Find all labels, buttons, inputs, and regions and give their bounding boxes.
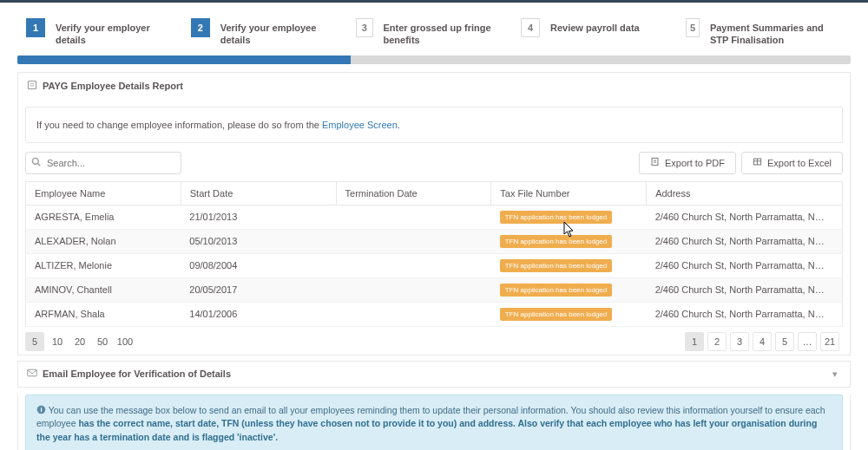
panel-header: PAYG Employee Details Report <box>17 72 851 100</box>
excel-icon <box>753 157 762 169</box>
col-tfn[interactable]: Tax File Number <box>491 181 647 205</box>
page-size-selector: 5102050100 <box>25 332 138 351</box>
col-termination-date[interactable]: Termination Date <box>336 181 491 205</box>
page-4[interactable]: 4 <box>753 332 772 351</box>
cell-start: 21/01/2013 <box>181 205 336 229</box>
wizard-step-label: Verify your employee details <box>220 18 347 47</box>
cell-term <box>336 253 491 277</box>
page-size-20[interactable]: 20 <box>70 332 89 351</box>
svg-rect-0 <box>29 81 36 88</box>
page-1[interactable]: 1 <box>685 332 704 351</box>
page-size-10[interactable]: 10 <box>48 332 67 351</box>
search-input[interactable] <box>25 152 181 174</box>
tfn-badge: TFN application has been lodged <box>500 284 612 297</box>
svg-text:i: i <box>40 406 42 414</box>
cell-tfn: TFN application has been lodged <box>491 253 647 277</box>
cell-start: 14/01/2006 <box>181 302 336 326</box>
table-row[interactable]: ARFMAN, Shala14/01/2006TFN application h… <box>26 302 843 326</box>
wizard-step-4[interactable]: 4 Review payroll data <box>521 18 677 47</box>
page-size-5[interactable]: 5 <box>25 332 44 351</box>
wizard-step-label: Review payroll data <box>550 18 640 34</box>
page-size-100[interactable]: 100 <box>115 332 135 351</box>
info-text: If you need to change employee informati… <box>36 120 322 130</box>
cell-term <box>336 277 491 302</box>
svg-line-4 <box>38 163 41 166</box>
cell-tfn: TFN application has been lodged <box>491 229 647 253</box>
wizard-step-number: 3 <box>356 18 373 37</box>
cell-name: ALEXADER, Nolan <box>26 229 181 253</box>
wizard-step-1[interactable]: 1 Verify your employer details <box>26 18 182 47</box>
col-employee-name[interactable]: Employee Name <box>26 181 181 205</box>
wizard-step-5[interactable]: 5 Payment Summaries and STP Finalisation <box>686 18 842 47</box>
svg-rect-11 <box>28 369 37 376</box>
wizard-step-2[interactable]: 2 Verify your employee details <box>191 18 347 47</box>
cell-name: ALTIZER, Melonie <box>26 253 181 277</box>
table-row[interactable]: ALTIZER, Melonie09/08/2004TFN applicatio… <box>26 253 843 277</box>
report-icon <box>27 80 37 93</box>
search-box[interactable] <box>25 152 181 174</box>
wizard-step-number: 2 <box>191 18 210 37</box>
cell-start: 09/08/2004 <box>181 253 336 277</box>
mail-icon <box>27 368 37 379</box>
export-excel-button[interactable]: Export to Excel <box>741 152 843 174</box>
progress-bar <box>17 55 851 64</box>
panel-title: PAYG Employee Details Report <box>43 81 183 91</box>
info-suffix: . <box>398 120 400 130</box>
export-pdf-label: Export to PDF <box>665 158 725 168</box>
table-row[interactable]: AGRESTA, Emelia21/01/2013TFN application… <box>26 205 843 229</box>
cell-addr: 2/460 Church St, North Parramatta, NSW 2… <box>647 302 843 326</box>
wizard-step-label: Payment Summaries and STP Finalisation <box>710 18 842 47</box>
svg-point-3 <box>32 158 38 164</box>
tfn-badge: TFN application has been lodged <box>500 259 612 272</box>
cell-term <box>336 229 491 253</box>
note-bold: has the correct name, start date, TFN (u… <box>36 418 817 442</box>
page-5[interactable]: 5 <box>775 332 794 351</box>
email-section-title: Email Employee for Verification of Detai… <box>43 368 231 379</box>
svg-rect-5 <box>652 158 658 165</box>
cell-term <box>336 302 491 326</box>
page-size-50[interactable]: 50 <box>93 332 112 351</box>
wizard-step-label: Enter grossed up fringe benefits <box>384 18 512 47</box>
page-3[interactable]: 3 <box>730 332 749 351</box>
cell-name: AMINOV, Chantell <box>26 277 181 302</box>
cell-addr: 2/460 Church St, North Parramatta, NSW 2… <box>647 205 843 229</box>
cell-start: 20/05/2017 <box>181 277 336 302</box>
cell-tfn: TFN application has been lodged <box>491 205 647 229</box>
table-row[interactable]: AMINOV, Chantell20/05/2017TFN applicatio… <box>26 277 843 302</box>
search-icon <box>31 157 41 169</box>
pdf-icon <box>650 157 660 169</box>
tfn-badge: TFN application has been lodged <box>500 308 612 321</box>
table-row[interactable]: ALEXADER, Nolan05/10/2013TFN application… <box>26 229 843 253</box>
page-…: … <box>798 332 817 351</box>
progress-fill <box>17 55 351 64</box>
col-start-date[interactable]: Start Date <box>181 181 336 205</box>
tfn-badge: TFN application has been lodged <box>500 235 612 248</box>
export-pdf-button[interactable]: Export to PDF <box>639 152 736 174</box>
info-circle-icon: i <box>36 405 49 415</box>
cell-name: AGRESTA, Emelia <box>26 205 181 229</box>
cell-tfn: TFN application has been lodged <box>491 277 647 302</box>
wizard-step-3[interactable]: 3 Enter grossed up fringe benefits <box>356 18 512 47</box>
cell-tfn: TFN application has been lodged <box>491 302 647 326</box>
email-info-note: i You can use the message box below to s… <box>25 395 843 450</box>
page-2[interactable]: 2 <box>707 332 727 351</box>
wizard-step-number: 4 <box>521 18 540 37</box>
employee-table: Employee Name Start Date Termination Dat… <box>25 181 843 327</box>
wizard-step-number: 5 <box>686 18 700 37</box>
wizard-step-number: 1 <box>26 18 45 37</box>
tfn-badge: TFN application has been lodged <box>500 211 612 224</box>
page-21[interactable]: 21 <box>820 332 839 351</box>
cell-term <box>336 205 491 229</box>
employee-screen-link[interactable]: Employee Screen <box>322 120 398 130</box>
wizard-step-label: Verify your employer details <box>56 18 182 47</box>
export-excel-label: Export to Excel <box>767 158 832 168</box>
wizard-steps: 1 Verify your employer details 2 Verify … <box>0 3 868 55</box>
cell-start: 05/10/2013 <box>181 229 336 253</box>
chevron-down-icon: ▾ <box>829 368 841 380</box>
email-section-header[interactable]: Email Employee for Verification of Detai… <box>17 361 851 388</box>
pagination: 12345…21 <box>685 332 843 351</box>
col-address[interactable]: Address <box>647 181 843 205</box>
cell-addr: 2/460 Church St, North Parramatta, NSW 2… <box>647 253 843 277</box>
info-box: If you need to change employee informati… <box>25 107 843 143</box>
cell-addr: 2/460 Church St, North Parramatta, NSW 2… <box>647 229 843 253</box>
